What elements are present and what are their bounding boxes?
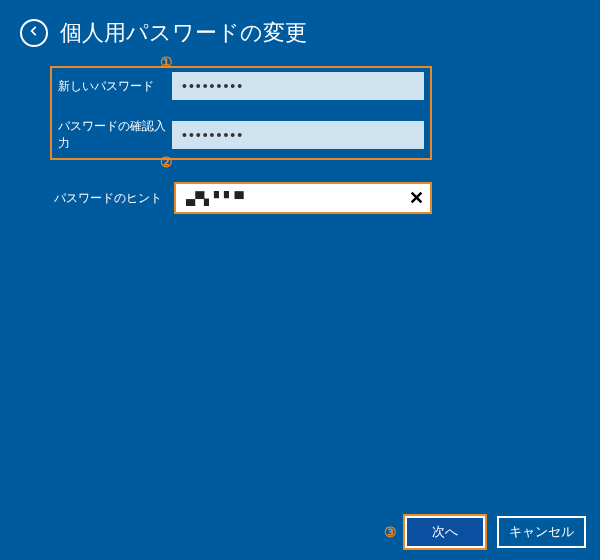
next-button[interactable]: 次へ: [405, 516, 485, 548]
annotation-3: ③: [384, 524, 397, 540]
new-password-label: 新しいパスワード: [58, 78, 172, 95]
clear-input-icon[interactable]: ✕: [409, 188, 424, 208]
password-hint-label: パスワードのヒント: [54, 190, 164, 207]
new-password-input[interactable]: •••••••••: [172, 72, 424, 100]
page-title: 個人用パスワードの変更: [60, 18, 307, 48]
password-hint-input[interactable]: [176, 184, 430, 212]
password-group-highlight: 新しいパスワード ••••••••• パスワードの確認入力 •••••••••: [50, 66, 432, 160]
cancel-button[interactable]: キャンセル: [497, 516, 586, 548]
arrow-left-icon: [27, 24, 41, 42]
confirm-password-input[interactable]: •••••••••: [172, 121, 424, 149]
hint-group-highlight: パスワードのヒント ✕: [174, 182, 432, 214]
confirm-password-label: パスワードの確認入力: [58, 118, 172, 152]
back-button[interactable]: [20, 19, 48, 47]
